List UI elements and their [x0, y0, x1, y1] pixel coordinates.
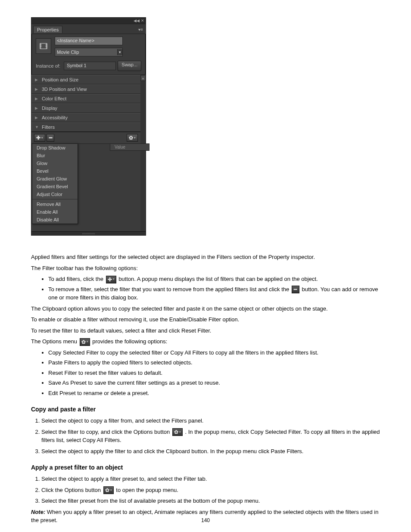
symbol-type-dropdown[interactable]: Movie Clip ▾: [55, 48, 123, 56]
page-number: 140: [0, 517, 411, 523]
collapse-triangle-icon: ▶: [35, 106, 39, 110]
menu-item-gradient-bevel[interactable]: Gradient Bevel: [32, 183, 78, 190]
menu-item-gradient-glow[interactable]: Gradient Glow: [32, 175, 78, 183]
collapse-icon[interactable]: ◀◀: [134, 19, 139, 23]
ap-step2: Click the Options button ✿▾ to open the …: [41, 486, 380, 495]
filters-body: ✚▾ ━ ✿▾ Value Drop Shadow Blu: [31, 132, 140, 231]
document-body: Applied filters and filter settings for …: [31, 253, 380, 525]
panel-tab-row: Properties ▾≡: [31, 24, 146, 34]
panel-titlebar: ◀◀ ✕: [31, 18, 146, 24]
instance-of-row: Instance of: Symbol 1 Swap...: [31, 59, 146, 75]
section-3d-position[interactable]: ▶3D Position and View: [31, 84, 140, 94]
para-options: The Options menu ✿▾ provides the followi…: [31, 337, 380, 346]
swap-button[interactable]: Swap...: [118, 61, 141, 71]
menu-item-glow[interactable]: Glow: [32, 159, 78, 167]
menu-separator: [32, 199, 78, 199]
menu-item-bevel[interactable]: Bevel: [32, 167, 78, 175]
section-accessibility[interactable]: ▶Accessibility: [31, 113, 140, 122]
ap-step1: Select the object to apply a filter pres…: [41, 475, 380, 483]
instance-of-value: Symbol 1: [64, 62, 116, 70]
panel-resize-footer[interactable]: [31, 231, 146, 235]
heading-copy-paste: Copy and paste a filter: [31, 405, 380, 414]
menu-item-drop-shadow[interactable]: Drop Shadow: [32, 144, 78, 152]
add-filter-icon: ✚▾: [106, 276, 116, 283]
collapse-triangle-icon: ▶: [35, 115, 39, 120]
bullet-copy: Copy Selected Filter to copy the selecte…: [48, 348, 380, 357]
bullet-savepreset: Save As Preset to save the current filte…: [48, 379, 380, 387]
section-color-effect[interactable]: ▶Color Effect: [31, 94, 140, 103]
bullet-add: To add filters, click the ✚▾ button. A p…: [48, 275, 380, 283]
options-gear-icon: ✿▾: [172, 428, 183, 436]
note-label: Note:: [31, 509, 45, 515]
add-filter-button[interactable]: ✚▾: [34, 134, 45, 142]
remove-filter-icon: ━: [292, 286, 299, 293]
scrollbar[interactable]: ▲: [140, 75, 146, 231]
bullet-remove: To remove a filter, select the filter th…: [48, 285, 380, 302]
close-icon[interactable]: ✕: [140, 19, 145, 23]
applypreset-steps: Select the object to apply a filter pres…: [41, 475, 380, 505]
menu-item-remove-all[interactable]: Remove All: [32, 200, 78, 208]
cp-step1: Select the object to copy a filter from,…: [41, 417, 380, 425]
copypaste-steps: Select the object to copy a filter from,…: [41, 417, 380, 455]
para-enable: To enable or disable a filter without re…: [31, 315, 380, 324]
para-intro: Applied filters and filter settings for …: [31, 253, 380, 261]
cp-step3: Select the object to apply the filter to…: [41, 447, 380, 456]
para-toolbar: The Filter toolbar has the following opt…: [31, 264, 380, 273]
dropdown-arrow-icon: ▾: [117, 49, 122, 55]
bullet-editpreset: Edit Preset to rename or delete a preset…: [48, 389, 380, 398]
section-filters[interactable]: ▼Filters: [31, 122, 140, 132]
collapse-triangle-icon: ▶: [35, 87, 39, 91]
remove-filter-button[interactable]: ━: [47, 134, 54, 142]
panel-menu-icon[interactable]: ▾≡: [138, 27, 144, 32]
collapse-triangle-icon: ▶: [35, 78, 39, 82]
cp-step2: Select the filter to copy, and click the…: [41, 428, 380, 445]
instance-of-label: Instance of:: [36, 63, 60, 68]
heading-apply-preset: Apply a preset filter to an object: [31, 463, 380, 472]
filters-value-header: Value: [110, 143, 149, 151]
bullet-paste: Paste Filters to apply the copied filter…: [48, 358, 380, 367]
expand-triangle-icon: ▼: [35, 125, 39, 129]
menu-item-blur[interactable]: Blur: [32, 152, 78, 159]
ap-step3: Select the filter preset from the list o…: [41, 497, 380, 505]
tab-properties[interactable]: Properties: [33, 26, 62, 33]
movieclip-icon: [36, 38, 51, 54]
options-gear-icon: ✿▾: [80, 338, 90, 346]
symbol-type-value: Movie Clip: [57, 50, 79, 55]
toolbar-bullets: To add filters, click the ✚▾ button. A p…: [48, 275, 380, 302]
para-clipboard: The Clipboard option allows you to copy …: [31, 305, 380, 313]
instance-block: <Instance Name> Movie Clip ▾: [31, 34, 146, 59]
instance-name-input[interactable]: <Instance Name>: [55, 37, 123, 45]
filter-options-button[interactable]: ✿▾: [127, 134, 138, 142]
bullet-resetf: Reset Filter to reset the filter values …: [48, 369, 380, 377]
section-display[interactable]: ▶Display: [31, 103, 140, 113]
filters-toolbar: ✚▾ ━ ✿▾: [31, 132, 140, 144]
properties-panel: ◀◀ ✕ Properties ▾≡ <Instance Name> Movie: [31, 17, 146, 236]
options-bullets: Copy Selected Filter to copy the selecte…: [48, 348, 380, 398]
para-reset: To reset the filter to its default value…: [31, 327, 380, 335]
collapse-triangle-icon: ▶: [35, 96, 39, 101]
sections-container: ▲ ▶Position and Size ▶3D Position and Vi…: [31, 75, 146, 231]
menu-item-disable-all[interactable]: Disable All: [32, 216, 78, 224]
add-filter-menu: Drop Shadow Blur Glow Bevel Gradient Glo…: [32, 143, 78, 224]
options-gear-icon: ✿▾: [103, 486, 114, 494]
section-position-size[interactable]: ▶Position and Size: [31, 75, 140, 84]
menu-item-adjust-color[interactable]: Adjust Color: [32, 190, 78, 198]
menu-item-enable-all[interactable]: Enable All: [32, 208, 78, 216]
scroll-up-icon[interactable]: ▲: [140, 75, 146, 81]
